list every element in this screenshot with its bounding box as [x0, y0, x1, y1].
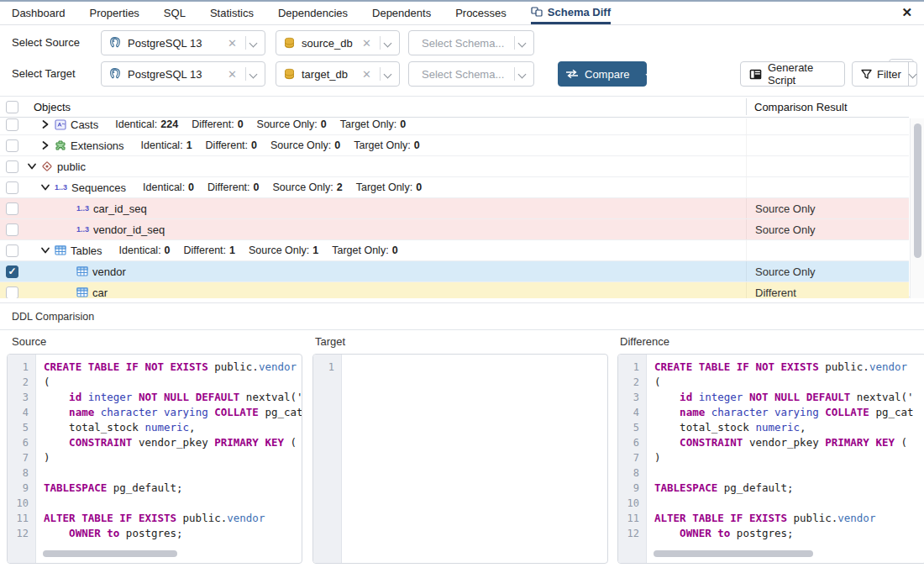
tab-statistics[interactable]: Statistics [210, 2, 254, 24]
line-number: 4 [618, 405, 646, 420]
chevron-down-icon[interactable] [384, 70, 392, 78]
target-server-select[interactable]: PostgreSQL 13 ✕ [101, 61, 265, 87]
clear-icon[interactable]: ✕ [357, 37, 376, 50]
line-number: 9 [8, 481, 35, 496]
chevron-down-icon[interactable] [518, 39, 527, 47]
code-line: name character varying COLLATE pg_cat [36, 405, 302, 420]
object-label: car [92, 286, 108, 299]
object-label: Sequences [71, 181, 126, 194]
code-line: ALTER TABLE IF EXISTS public.vendor [36, 511, 302, 526]
line-number: 7 [8, 450, 35, 465]
line-number: 12 [618, 526, 646, 541]
filter-button[interactable]: Filter [852, 61, 917, 87]
table-row[interactable]: CastsIdentical:224Different:0Source Only… [0, 118, 909, 135]
chevron-down-icon[interactable] [249, 70, 258, 78]
object-label: Extensions [71, 139, 124, 152]
table-row[interactable]: 1..3SequencesIdentical:0Different:0Sourc… [0, 177, 909, 198]
ddl-difference-panel: 123456789101112CREATE TABLE IF NOT EXIST… [617, 354, 924, 564]
code-line [36, 465, 302, 481]
line-number: 10 [618, 496, 646, 511]
horizontal-scrollbar-thumb[interactable] [43, 550, 177, 557]
database-icon [283, 37, 296, 50]
horizontal-scrollbar-thumb[interactable] [654, 550, 813, 557]
object-cell: 1..3SequencesIdentical:0Different:0Sourc… [0, 177, 746, 197]
compare-button[interactable]: Compare [558, 61, 647, 87]
comparison-result-cell: Different [746, 282, 909, 298]
code-line: TABLESPACE pg_default; [647, 481, 924, 496]
tab-properties[interactable]: Properties [90, 2, 139, 24]
chevron-right-icon[interactable] [39, 120, 52, 129]
comparison-counts: Identical:1Different:0Source Only:0Targe… [141, 139, 420, 151]
table-row[interactable]: TablesIdentical:0Different:1Source Only:… [0, 240, 909, 261]
count-target-only-: Target Only:0 [340, 118, 406, 130]
code-editor[interactable]: CREATE TABLE IF NOT EXISTS public.vendor… [36, 355, 302, 563]
difference-pane-label: Difference [620, 335, 669, 348]
table-row[interactable]: ExtensionsIdentical:1Different:0Source O… [0, 135, 909, 156]
code-line: CONSTRAINT vendor_pkey PRIMARY KEY ( [647, 435, 924, 450]
tab-schema-diff[interactable]: Schema Diff [531, 2, 611, 24]
source-schema-select[interactable]: Select Schema... [408, 30, 534, 55]
comparison-result-cell [746, 177, 909, 197]
line-number: 8 [618, 465, 646, 481]
chevron-down-icon[interactable] [39, 247, 52, 254]
code-line: ALTER TABLE IF EXISTS public.vendor [647, 511, 924, 526]
select-source-label: Select Source [12, 36, 80, 49]
code-line: total_stock numeric, [36, 420, 302, 435]
object-label: car_id_seq [93, 202, 147, 215]
target-schema-placeholder: Select Schema... [416, 68, 511, 81]
select-all-checkbox[interactable] [6, 101, 18, 113]
chevron-down-icon [909, 70, 917, 78]
table-row[interactable]: 1..3car_id_seqSource Only [0, 198, 909, 219]
comparison-result-column-header: Comparison Result [754, 101, 848, 113]
ddl-source-panel: 123456789101112CREATE TABLE IF NOT EXIST… [7, 354, 302, 564]
line-number: 7 [618, 450, 646, 465]
chevron-down-icon[interactable] [39, 184, 52, 191]
clear-icon[interactable]: ✕ [223, 68, 242, 81]
object-label: vendor [92, 265, 126, 278]
clear-icon[interactable]: ✕ [223, 37, 242, 50]
extension-icon [55, 139, 66, 151]
scrollbar-thumb[interactable] [914, 124, 921, 258]
source-server-select[interactable]: PostgreSQL 13 ✕ [101, 30, 265, 55]
code-editor[interactable] [342, 355, 607, 563]
chevron-down-icon[interactable] [518, 70, 527, 78]
line-number-gutter: 123456789101112 [8, 355, 36, 563]
table-row[interactable]: vendorSource Only [0, 261, 909, 282]
table-row[interactable]: 1..3vendor_id_seqSource Only [0, 219, 909, 240]
chevron-down-icon[interactable] [25, 163, 39, 170]
code-line [342, 360, 607, 375]
schema-icon [41, 160, 53, 172]
tab-label: Schema Diff [548, 6, 611, 18]
chevron-right-icon[interactable] [39, 141, 52, 150]
target-server-value: PostgreSQL 13 [122, 68, 223, 81]
tab-sql[interactable]: SQL [164, 2, 186, 24]
line-number: 12 [8, 526, 35, 541]
filter-dropdown-toggle[interactable] [908, 62, 917, 86]
target-database-select[interactable]: target_db ✕ [276, 61, 400, 87]
tab-dependents[interactable]: Dependents [372, 2, 431, 24]
source-database-value: source_db [296, 37, 357, 50]
table-row[interactable]: public [0, 156, 909, 177]
tab-label: Properties [90, 7, 139, 19]
generate-script-label: Generate Script [768, 61, 836, 87]
tab-processes[interactable]: Processes [455, 2, 507, 24]
object-cell: 1..3vendor_id_seq [0, 219, 746, 239]
count-source-only-: Source Only:0 [270, 139, 340, 151]
chevron-down-icon[interactable] [384, 39, 392, 47]
code-line: CONSTRAINT vendor_pkey PRIMARY KEY ( [36, 435, 302, 450]
generate-script-button[interactable]: Generate Script [740, 61, 845, 87]
chevron-down-icon[interactable] [249, 39, 258, 47]
comparison-result-cell: Source Only [746, 198, 909, 218]
source-database-select[interactable]: source_db ✕ [276, 30, 400, 55]
target-schema-select[interactable]: Select Schema... [408, 61, 534, 87]
tab-dependencies[interactable]: Dependencies [278, 2, 348, 24]
clear-icon[interactable]: ✕ [357, 68, 376, 81]
code-editor[interactable]: CREATE TABLE IF NOT EXISTS public.vendor… [647, 355, 924, 563]
tab-dashboard[interactable]: Dashboard [12, 2, 66, 24]
grid-vertical-scrollbar[interactable] [910, 118, 924, 298]
table-row[interactable]: carDifferent [0, 282, 909, 298]
sequence-icon: 1..3 [55, 183, 67, 192]
count-target-only-: Target Only:0 [356, 181, 422, 193]
close-icon[interactable]: ✕ [901, 5, 912, 20]
table-icon [55, 245, 66, 255]
